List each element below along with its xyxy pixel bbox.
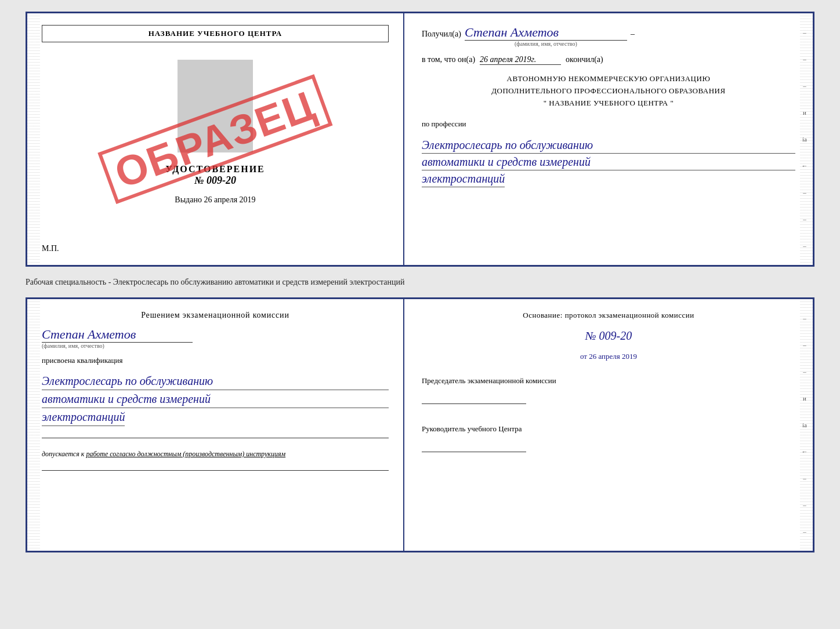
dopuskaetsya-value: работе согласно должностным (производств… bbox=[86, 450, 285, 458]
vydano-label: Выдано bbox=[175, 195, 202, 204]
cert-right: Получил(а) Степан Ахметов (фамилия, имя,… bbox=[404, 13, 813, 265]
document-wrapper: НАЗВАНИЕ УЧЕБНОГО ЦЕНТРА УДОСТОВЕРЕНИЕ №… bbox=[26, 12, 814, 552]
rukovoditel-label: Руководитель учебного Центра bbox=[422, 423, 795, 435]
qual-line1: Электрослесарь по обслуживанию bbox=[42, 372, 389, 390]
org-line1: АВТОНОМНУЮ НЕКОММЕРЧЕСКУЮ ОРГАНИЗАЦИЮ bbox=[422, 73, 795, 85]
profession-block: Электрослесарь по обслуживанию автоматик… bbox=[422, 137, 795, 187]
page-edge-right-top bbox=[800, 13, 813, 265]
dopuskaetsya-text: допускается к работе согласно должностны… bbox=[42, 450, 389, 459]
profession-line2: автоматики и средств измерений bbox=[422, 154, 795, 170]
ot-date: от 26 апреля 2019 bbox=[422, 352, 795, 361]
certificate-bottom: Решением экзаменационной комиссии Степан… bbox=[26, 297, 814, 552]
certificate-top: НАЗВАНИЕ УЧЕБНОГО ЦЕНТРА УДОСТОВЕРЕНИЕ №… bbox=[26, 12, 814, 267]
org-line3: " НАЗВАНИЕ УЧЕБНОГО ЦЕНТРА " bbox=[422, 97, 795, 110]
bottom-name: Степан Ахметов bbox=[42, 327, 193, 343]
school-name-box: НАЗВАНИЕ УЧЕБНОГО ЦЕНТРА bbox=[42, 25, 389, 42]
dash-top: – bbox=[631, 30, 635, 39]
rukovoditel-signature bbox=[422, 438, 526, 452]
poluchil-line: Получил(а) Степан Ахметов (фамилия, имя,… bbox=[422, 25, 795, 47]
fio-label-bottom: (фамилия, имя, отчество) bbox=[42, 343, 104, 349]
vydano-line: Выдано 26 апреля 2019 bbox=[175, 195, 255, 205]
resheniem-text: Решением экзаменационной комиссии bbox=[42, 311, 389, 320]
page-edge-right-bottom bbox=[800, 299, 813, 551]
poluchil-label: Получил(а) bbox=[422, 30, 461, 39]
dopuskaetsya-prefix: допускается к bbox=[42, 450, 84, 458]
predsedatel-block: Председатель экзаменационной комиссии bbox=[422, 375, 795, 407]
cert-bottom-right: Основание: протокол экзаменационной коми… bbox=[404, 299, 813, 551]
predsedatel-signature bbox=[422, 390, 526, 404]
profession-line3: электростанций bbox=[422, 170, 505, 187]
qual-block: Электрослесарь по обслуживанию автоматик… bbox=[42, 372, 389, 426]
qual-line3: электростанций bbox=[42, 408, 125, 426]
poluchil-name: Степан Ахметов bbox=[465, 25, 627, 41]
okonchil-label: окончил(а) bbox=[566, 55, 603, 64]
vydano-date: 26 апреля 2019 bbox=[204, 195, 255, 204]
org-block: АВТОНОМНУЮ НЕКОММЕРЧЕСКУЮ ОРГАНИЗАЦИЮ ДО… bbox=[422, 73, 795, 109]
predsedatel-label: Председатель экзаменационной комиссии bbox=[422, 375, 795, 387]
profession-line1: Электрослесарь по обслуживанию bbox=[422, 137, 795, 154]
cert-number: № 009-20 bbox=[194, 174, 236, 187]
name-block-bottom: Степан Ахметов (фамилия, имя, отчество) bbox=[42, 327, 389, 349]
po-professii: по профессии bbox=[422, 119, 795, 129]
osnovanie-text: Основание: протокол экзаменационной коми… bbox=[422, 311, 795, 320]
fio-label-top: (фамилия, имя, отчество) bbox=[465, 41, 627, 47]
qual-line2: автоматики и средств измерений bbox=[42, 390, 389, 408]
org-line2: ДОПОЛНИТЕЛЬНОГО ПРОФЕССИОНАЛЬНОГО ОБРАЗО… bbox=[422, 85, 795, 97]
vtom-line: в том, что он(а) 26 апреля 2019г. окончи… bbox=[422, 55, 795, 65]
subtitle-text: Рабочая специальность - Электрослесарь п… bbox=[26, 272, 814, 292]
school-name-text: НАЗВАНИЕ УЧЕБНОГО ЦЕНТРА bbox=[149, 29, 283, 38]
ot-label: от bbox=[580, 352, 587, 361]
rukovoditel-block: Руководитель учебного Центра bbox=[422, 423, 795, 455]
cert-left: НАЗВАНИЕ УЧЕБНОГО ЦЕНТРА УДОСТОВЕРЕНИЕ №… bbox=[27, 13, 404, 265]
bottom-separator-line2 bbox=[42, 470, 389, 471]
protocol-number: № 009-20 bbox=[422, 329, 795, 343]
prisvoena-text: присвоена квалификация bbox=[42, 356, 389, 365]
bottom-separator-line bbox=[42, 438, 389, 438]
mp-line: М.П. bbox=[42, 244, 59, 253]
ot-date-value: 26 апреля 2019 bbox=[589, 352, 637, 361]
date-value: 26 апреля 2019г. bbox=[480, 55, 561, 65]
cert-bottom-left: Решением экзаменационной комиссии Степан… bbox=[27, 299, 404, 551]
vtom-label: в том, что он(а) bbox=[422, 55, 475, 64]
udostoverenie-title: УДОСТОВЕРЕНИЕ bbox=[165, 164, 265, 174]
photo-placeholder bbox=[178, 60, 253, 152]
